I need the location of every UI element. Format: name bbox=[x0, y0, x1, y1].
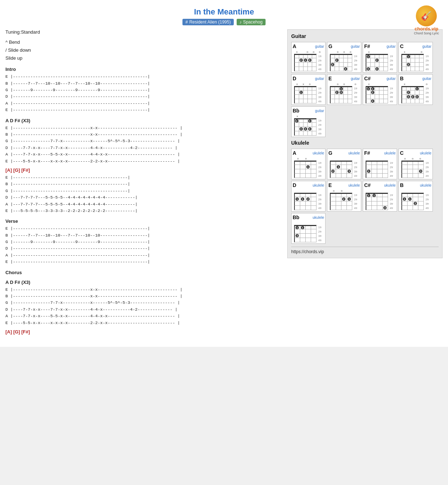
chord-card-D-guitar[interactable]: D guitar xxo 1 bbox=[291, 74, 326, 105]
uke-fretboard-Fsharp: 1 1fr2fr3fr4fr bbox=[366, 157, 395, 178]
chord-type-B: guitar bbox=[422, 77, 431, 81]
ukulele-chords-grid: A ukulele oo 1 bbox=[291, 149, 439, 244]
chord-type-A: guitar bbox=[315, 44, 324, 48]
page-wrapper: In the Meantime # Resident Alien (1995) … bbox=[0, 0, 448, 347]
uke-chord-name-C: C bbox=[400, 150, 404, 156]
chord-name-Fsharp: F# bbox=[364, 43, 370, 49]
chord-card-A-guitar[interactable]: A guitar xooo 21 bbox=[291, 42, 326, 73]
uke-chord-name-Csharp: C# bbox=[364, 182, 371, 188]
logo-icon: 🎸 bbox=[416, 5, 437, 26]
chord-card-Bb-guitar[interactable]: Bb guitar x 11 bbox=[291, 106, 326, 137]
logo-brand: chords.vip bbox=[415, 26, 439, 31]
hash-icon: # bbox=[185, 20, 188, 25]
chords-panel: Guitar A guitar xooo bbox=[287, 29, 443, 258]
chord-type-E: guitar bbox=[351, 77, 360, 81]
chord-name-G: G bbox=[328, 43, 332, 49]
fretboard-Fsharp: x 1 2 bbox=[366, 50, 395, 71]
header: In the Meantime # Resident Alien (1995) … bbox=[5, 4, 443, 27]
chord-type-Fsharp: guitar bbox=[387, 44, 396, 48]
ukulele-section-title: Ukulele bbox=[291, 140, 439, 146]
chord-type-D: guitar bbox=[315, 77, 324, 81]
fretboard-E: ooo 1 23 bbox=[330, 82, 359, 103]
chorus-tab: E |-------------------------------x-x---… bbox=[5, 286, 282, 326]
uke-fretboard-E: oo 21 bbox=[330, 189, 359, 210]
chord-card-D-ukulele[interactable]: D ukulele 112 bbox=[291, 181, 326, 212]
uke-fretboard-Csharp: 11 3 bbox=[366, 189, 395, 210]
uke-fretboard-B: 11 2 1fr2fr3fr4fr bbox=[401, 189, 430, 210]
chord-name-E: E bbox=[328, 76, 332, 81]
chord-type-Csharp: guitar bbox=[387, 77, 396, 81]
uke-chord-type-Csharp: ukulele bbox=[384, 183, 396, 187]
chord-card-B-ukulele[interactable]: B ukulele 11 bbox=[399, 181, 433, 212]
intro-tab: E |-------------------------------------… bbox=[5, 73, 282, 113]
guitar-icon: 🎸 bbox=[421, 11, 432, 21]
tuning-info: Tuning:Standard bbox=[5, 29, 282, 35]
a-d-fsharp-tab: E |-------------------------------x-x---… bbox=[5, 125, 282, 165]
chord-card-B-guitar[interactable]: B guitar xo 1 2 bbox=[399, 74, 433, 105]
main-content: Tuning:Standard ^ Bend / Slide down Slid… bbox=[5, 29, 443, 336]
chord-type-Bb: guitar bbox=[315, 109, 324, 113]
uke-chord-type-Bb: ukulele bbox=[313, 216, 324, 220]
uke-chord-name-B: B bbox=[400, 182, 404, 188]
legend-slide-up: Slide up bbox=[5, 54, 282, 62]
chord-card-Fsharp-ukulele[interactable]: F# ukulele bbox=[363, 149, 397, 179]
chord-name-Bb: Bb bbox=[293, 108, 300, 114]
chord-card-Bb-ukulele[interactable]: Bb ukulele 11 bbox=[291, 213, 326, 244]
uke-fretboard-D: 112 1fr2fr3fr4fr bbox=[294, 189, 323, 210]
chord-card-C-ukulele[interactable]: C ukulele ooo bbox=[399, 149, 433, 179]
fretboard-A: xooo 213 bbox=[294, 50, 323, 71]
fretboard-Csharp: x 11 2 bbox=[366, 82, 395, 103]
left-column: Tuning:Standard ^ Bend / Slide down Slid… bbox=[5, 29, 282, 336]
legend-slide-down: / Slide down bbox=[5, 46, 282, 54]
uke-chord-name-A: A bbox=[293, 150, 296, 156]
tag-artist[interactable]: ♪ Spacehog bbox=[237, 19, 266, 25]
uke-chord-type-C: ukulele bbox=[420, 151, 431, 155]
chord-card-Fsharp-guitar[interactable]: F# guitar x 1 2 bbox=[363, 42, 397, 73]
right-column: Guitar A guitar xooo bbox=[287, 29, 443, 336]
tag-album-label: Resident Alien (1995) bbox=[189, 20, 231, 25]
chord-card-G-ukulele[interactable]: G ukulele 1 bbox=[327, 149, 361, 179]
chord-card-C-guitar[interactable]: C guitar xo 1 bbox=[399, 42, 433, 73]
intro-label: Intro bbox=[5, 67, 282, 72]
chord-type-G: guitar bbox=[351, 44, 360, 48]
uke-chord-type-B: ukulele bbox=[420, 183, 431, 187]
uke-chord-type-A: ukulele bbox=[313, 151, 324, 155]
fretboard-D: xxo 1 bbox=[294, 82, 323, 103]
fretboard-B: xo 1 2 333 bbox=[401, 82, 430, 103]
legend: ^ Bend / Slide down Slide up bbox=[5, 38, 282, 62]
tags-row: # Resident Alien (1995) ♪ Spacehog bbox=[5, 19, 443, 25]
chord-line-1: [A] [G] [F#] bbox=[5, 167, 282, 173]
chord-card-E-ukulele[interactable]: E ukulele oo 21 bbox=[327, 181, 361, 212]
logo-tagline: Chord Song Lyric bbox=[414, 31, 439, 35]
uke-chord-type-G: ukulele bbox=[348, 151, 360, 155]
uke-chord-type-Fsharp: ukulele bbox=[384, 151, 396, 155]
tag-album[interactable]: # Resident Alien (1995) bbox=[182, 19, 233, 25]
verse-tab: E |-------------------------------------… bbox=[5, 225, 282, 265]
logo: 🎸 chords.vip Chord Song Lyric bbox=[414, 5, 439, 35]
chord-name-D: D bbox=[293, 76, 296, 81]
chord-card-E-guitar[interactable]: E guitar ooo 1 23 bbox=[327, 74, 361, 105]
chord-name-B: B bbox=[400, 76, 404, 81]
uke-chord-name-E: E bbox=[328, 182, 332, 188]
fretboard-Bb: x 11 333 bbox=[294, 114, 323, 136]
legend-bend: ^ Bend bbox=[5, 38, 282, 46]
uke-fretboard-Bb: 11 3 bbox=[294, 221, 323, 242]
fretboard-C: xo 1 3 bbox=[401, 50, 430, 71]
fretboard-G: ooo 2 3 bbox=[330, 50, 359, 71]
uke-chord-name-Bb: Bb bbox=[293, 214, 300, 220]
page-title: In the Meantime bbox=[5, 7, 443, 17]
uke-chord-type-E: ukulele bbox=[348, 183, 360, 187]
a-d-fsharp-label: A D F# (X3) bbox=[5, 118, 282, 123]
uke-fretboard-G: 1 23 1fr2fr3fr4fr bbox=[330, 157, 359, 178]
chorus-label: Chorus bbox=[5, 270, 282, 275]
uke-chord-type-D: ukulele bbox=[313, 183, 324, 187]
uke-chord-name-Fsharp: F# bbox=[364, 150, 370, 156]
chord-card-A-ukulele[interactable]: A ukulele oo 1 bbox=[291, 149, 326, 179]
chord-card-G-guitar[interactable]: G guitar ooo 2 bbox=[327, 42, 361, 73]
chord-card-Csharp-guitar[interactable]: C# guitar x 11 2 bbox=[363, 74, 397, 105]
chord-name-Csharp: C# bbox=[364, 76, 371, 81]
guitar-chords-grid: A guitar xooo 21 bbox=[291, 42, 439, 137]
verse-label: Verse bbox=[5, 218, 282, 224]
chord-card-Csharp-ukulele[interactable]: C# ukulele 11 bbox=[363, 181, 397, 212]
panel-url: https://chords.vip bbox=[291, 247, 439, 254]
